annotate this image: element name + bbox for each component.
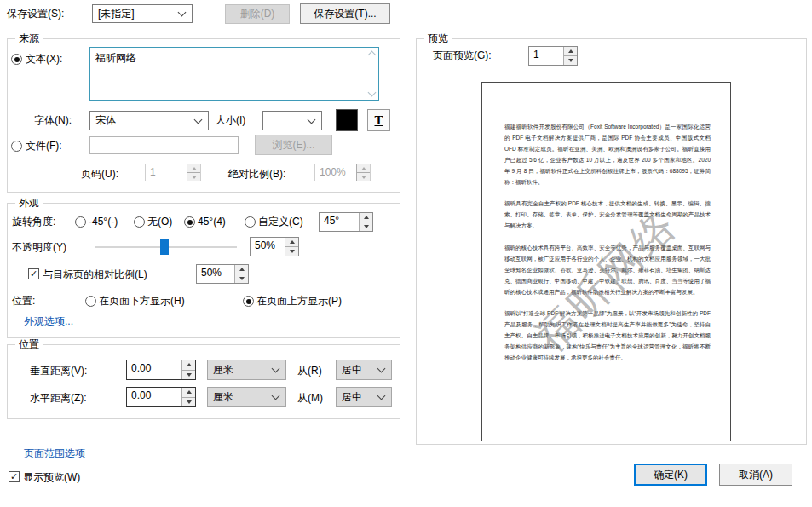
relative-scale-value: 50% <box>197 265 234 283</box>
relative-scale-spinner[interactable]: 50% <box>196 264 249 284</box>
browse-button[interactable]: 浏览(E)... <box>255 135 332 155</box>
underline-style-button[interactable]: T <box>367 109 390 131</box>
chevron-down-icon <box>272 392 280 400</box>
spin-up-icon[interactable] <box>285 238 298 246</box>
rotation-custom-radio[interactable] <box>245 216 256 228</box>
horizontal-distance-value: 0.00 <box>127 388 181 406</box>
scroll-up-icon[interactable] <box>368 51 377 60</box>
horizontal-from-value: 居中 <box>337 389 378 406</box>
opacity-spinner[interactable]: 50% <box>250 237 299 256</box>
position-below-radio[interactable] <box>85 296 96 307</box>
page-number-spinner[interactable]: 1 <box>145 164 201 181</box>
horizontal-unit-select[interactable]: 厘米 <box>207 387 286 407</box>
vertical-from-label: 从(R) <box>297 365 322 377</box>
size-label: 大小(I) <box>216 114 245 126</box>
horizontal-distance-label: 水平距离(Z): <box>30 392 87 404</box>
spin-down-icon[interactable] <box>235 274 248 283</box>
absolute-scale-spinner[interactable]: 100% <box>314 164 371 181</box>
text-radio[interactable] <box>11 54 22 65</box>
absolute-scale-value: 100% <box>315 164 356 181</box>
spin-down-icon[interactable] <box>285 246 298 256</box>
appearance-options-link[interactable]: 外观选项... <box>24 314 73 329</box>
spin-up-icon[interactable] <box>182 360 195 370</box>
preview-group-title: 预览 <box>424 32 452 44</box>
watermark-text-input[interactable]: 福昕网络 <box>89 47 379 101</box>
preset-value: [未指定] <box>93 6 179 22</box>
chevron-down-icon <box>377 365 386 373</box>
page-number-label: 页码(U): <box>81 168 118 180</box>
rotation-minus45-radio[interactable] <box>75 216 86 228</box>
rotation-minus45-label: -45°(-) <box>89 216 118 228</box>
opacity-label: 不透明度(Y) <box>12 241 66 253</box>
page-preview-spinner[interactable]: 1 <box>528 46 578 66</box>
position-above-label: 在页面上方显示(P) <box>256 295 342 307</box>
save-settings-button[interactable]: 保存设置(T)... <box>300 3 390 24</box>
rotation-custom-label: 自定义(C) <box>258 216 303 228</box>
spin-up-icon[interactable] <box>182 388 195 397</box>
chevron-down-icon <box>178 9 187 17</box>
opacity-value: 50% <box>251 238 285 256</box>
vertical-unit-select[interactable]: 厘米 <box>207 360 286 380</box>
scroll-down-icon[interactable] <box>368 89 377 97</box>
spin-down-icon[interactable] <box>182 370 195 380</box>
absolute-scale-label: 绝对比例(B): <box>228 168 285 180</box>
rotation-value: 45° <box>320 213 359 231</box>
file-radio[interactable] <box>11 141 22 152</box>
vertical-unit-value: 厘米 <box>208 362 273 378</box>
relative-scale-label: 与目标页的相对比例(L) <box>43 268 147 280</box>
rotation-45-radio[interactable] <box>184 216 195 228</box>
show-preview-label: 显示预览(W) <box>23 471 80 483</box>
vertical-from-select[interactable]: 居中 <box>336 360 392 380</box>
ok-button[interactable]: 确定(K) <box>634 464 707 486</box>
position-above-radio[interactable] <box>243 296 254 307</box>
spin-up-icon[interactable] <box>235 265 248 274</box>
chevron-down-icon <box>194 115 203 124</box>
rotation-spinner[interactable]: 45° <box>319 212 373 232</box>
font-select[interactable]: 宋体 <box>89 111 209 130</box>
source-group-title: 来源 <box>15 32 43 44</box>
spin-up-icon[interactable] <box>564 47 577 55</box>
delete-button-label: 删除(D) <box>240 7 275 21</box>
font-color-swatch[interactable] <box>336 109 358 131</box>
spin-up-icon[interactable] <box>357 164 370 172</box>
horizontal-from-select[interactable]: 居中 <box>336 387 392 407</box>
spin-down-icon[interactable] <box>360 222 372 231</box>
font-label: 字体(N): <box>34 114 72 126</box>
show-preview-checkbox[interactable] <box>9 471 20 482</box>
chevron-down-icon <box>377 392 386 400</box>
position-group: 位置 <box>7 344 400 419</box>
font-value: 宋体 <box>90 112 195 129</box>
ok-button-label: 确定(K) <box>654 468 688 482</box>
opacity-slider-thumb[interactable] <box>160 239 169 255</box>
spin-up-icon[interactable] <box>187 164 200 172</box>
horizontal-unit-value: 厘米 <box>208 389 273 406</box>
preview-paragraph: 福建福昕软件开发股份有限公司（Foxit Software Incorporat… <box>504 122 711 187</box>
preset-select[interactable]: [未指定] <box>92 4 193 23</box>
spin-down-icon[interactable] <box>564 55 577 65</box>
vertical-distance-label: 垂直距离(V): <box>30 365 87 377</box>
page-preview-value: 1 <box>529 47 563 65</box>
watermark-text-value: 福昕网络 <box>95 51 136 66</box>
spin-down-icon[interactable] <box>182 397 195 407</box>
size-value <box>263 120 308 122</box>
size-select[interactable] <box>262 111 322 130</box>
chevron-down-icon <box>272 365 280 373</box>
delete-button[interactable]: 删除(D) <box>225 4 290 24</box>
spin-up-icon[interactable] <box>360 213 372 222</box>
spin-down-icon[interactable] <box>187 172 200 181</box>
cancel-button[interactable]: 取消(A) <box>719 464 792 486</box>
save-settings-button-label: 保存设置(T)... <box>314 7 376 21</box>
cancel-button-label: 取消(A) <box>739 468 773 482</box>
horizontal-distance-spinner[interactable]: 0.00 <box>126 387 196 407</box>
page-range-options-link[interactable]: 页面范围选项 <box>24 447 85 461</box>
preview-page: 福建福昕软件开发股份有限公司（Foxit Software Incorporat… <box>481 82 731 441</box>
watermark-dialog: 保存设置(S): [未指定] 删除(D) 保存设置(T)... 来源 文本(X)… <box>0 0 812 507</box>
chevron-down-icon <box>308 115 316 124</box>
vertical-from-value: 居中 <box>337 362 378 378</box>
spin-down-icon[interactable] <box>357 172 370 181</box>
file-path-input[interactable] <box>89 136 239 154</box>
vertical-distance-spinner[interactable]: 0.00 <box>126 360 196 380</box>
text-radio-label: 文本(X): <box>26 53 62 65</box>
relative-scale-checkbox[interactable] <box>28 268 39 279</box>
rotation-none-radio[interactable] <box>134 216 145 228</box>
